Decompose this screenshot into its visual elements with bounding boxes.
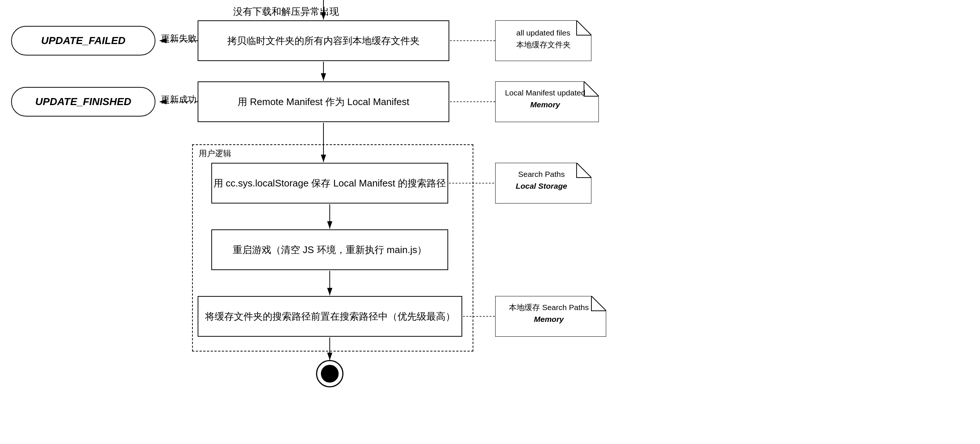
doc-memory2: 本地缓存 Search Paths Memory xyxy=(495,296,606,337)
doc-memory2-text: 本地缓存 Search Paths Memory xyxy=(499,302,599,325)
doc-local-storage: Search Paths Local Storage xyxy=(495,163,592,204)
update-failed-label: 更新失败 xyxy=(161,33,197,45)
exception-label: 没有下载和解压异常出现 xyxy=(233,5,339,18)
doc-memory-text: Local Manifest updated Memory xyxy=(499,87,592,110)
user-logic-label: 用户逻辑 xyxy=(199,148,231,159)
save-paths-box: 用 cc.sys.localStorage 保存 Local Manifest … xyxy=(211,163,448,204)
doc-local-cache-text: all updated files 本地缓存文件夹 xyxy=(499,27,588,50)
update-failed-oval: UPDATE_FAILED xyxy=(11,26,156,56)
doc-local-cache: all updated files 本地缓存文件夹 xyxy=(495,20,592,61)
doc-memory: Local Manifest updated Memory xyxy=(495,81,599,122)
update-success-label: 更新成功 xyxy=(161,94,197,105)
manifest-box: 用 Remote Manifest 作为 Local Manifest xyxy=(197,81,449,122)
prepend-box: 将缓存文件夹的搜索路径前置在搜索路径中（优先级最高） xyxy=(197,296,462,337)
end-node xyxy=(316,360,344,387)
end-inner xyxy=(321,365,339,383)
doc-local-storage-text: Search Paths Local Storage xyxy=(499,168,584,192)
flow-arrows xyxy=(0,0,980,444)
restart-box: 重启游戏（清空 JS 环境，重新执行 main.js） xyxy=(211,229,448,270)
diagram-container: 用户逻辑 没有下载和解压异常出现 拷贝临时文件夹的所有内容到本地缓存文件夹 更新… xyxy=(0,0,980,444)
copy-box: 拷贝临时文件夹的所有内容到本地缓存文件夹 xyxy=(197,20,449,61)
update-finished-oval: UPDATE_FINISHED xyxy=(11,87,156,116)
